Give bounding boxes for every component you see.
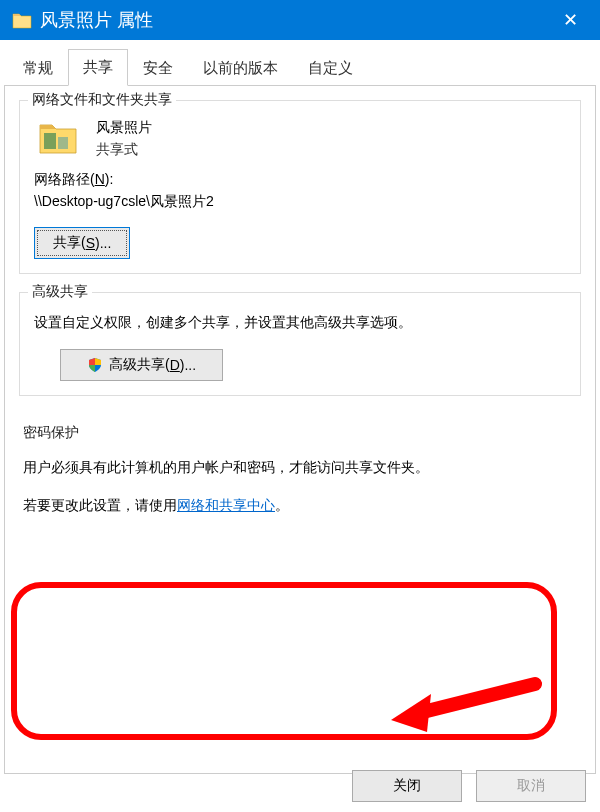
close-button[interactable]: ✕ [548, 0, 592, 40]
annotation-arrow [385, 672, 545, 742]
tabstrip: 常规 共享 安全 以前的版本 自定义 [4, 48, 596, 86]
folder-name: 风景照片 [96, 119, 152, 137]
tab-sharing[interactable]: 共享 [68, 49, 128, 86]
share-status: 共享式 [96, 141, 152, 159]
network-path-value: \\Desktop-ug7csle\风景照片2 [34, 193, 566, 211]
shield-icon [87, 357, 103, 373]
folder-info-row: 风景照片 共享式 [34, 119, 566, 159]
cancel-button[interactable]: 取消 [476, 770, 586, 802]
close-dialog-button[interactable]: 关闭 [352, 770, 462, 802]
annotation-highlight [11, 582, 557, 740]
svg-rect-0 [44, 133, 56, 149]
svg-rect-1 [58, 137, 68, 149]
group-legend: 密码保护 [23, 424, 577, 442]
advanced-share-button[interactable]: 高级共享(D)... [60, 349, 223, 381]
password-change-line: 若要更改此设置，请使用网络和共享中心。 [23, 494, 577, 518]
folder-icon [12, 11, 32, 29]
folder-icon [38, 119, 78, 155]
tab-previous-versions[interactable]: 以前的版本 [188, 50, 293, 86]
network-sharing-group: 网络文件和文件夹共享 风景照片 共享式 网络路径(N): \\Desktop-u… [19, 100, 581, 274]
advanced-sharing-group: 高级共享 设置自定义权限，创建多个共享，并设置其他高级共享选项。 高级共享(D)… [19, 292, 581, 396]
tab-panel-sharing: 网络文件和文件夹共享 风景照片 共享式 网络路径(N): \\Desktop-u… [4, 86, 596, 774]
advanced-desc: 设置自定义权限，创建多个共享，并设置其他高级共享选项。 [34, 311, 566, 335]
window-title: 风景照片 属性 [40, 8, 548, 32]
share-button[interactable]: 共享(S)... [34, 227, 130, 259]
network-path-label: 网络路径(N): [34, 171, 566, 189]
dialog-button-row: 关闭 取消 [352, 770, 586, 802]
tab-general[interactable]: 常规 [8, 50, 68, 86]
group-legend: 高级共享 [28, 283, 92, 301]
password-protect-group: 密码保护 用户必须具有此计算机的用户帐户和密码，才能访问共享文件夹。 若要更改此… [19, 414, 581, 542]
tab-security[interactable]: 安全 [128, 50, 188, 86]
dialog-content: 常规 共享 安全 以前的版本 自定义 网络文件和文件夹共享 风景照片 共享式 [0, 48, 600, 774]
network-sharing-center-link[interactable]: 网络和共享中心 [177, 497, 275, 513]
group-legend: 网络文件和文件夹共享 [28, 91, 176, 109]
folder-info: 风景照片 共享式 [96, 119, 152, 159]
titlebar: 风景照片 属性 ✕ [0, 0, 600, 40]
tab-customize[interactable]: 自定义 [293, 50, 368, 86]
password-desc: 用户必须具有此计算机的用户帐户和密码，才能访问共享文件夹。 [23, 456, 577, 480]
